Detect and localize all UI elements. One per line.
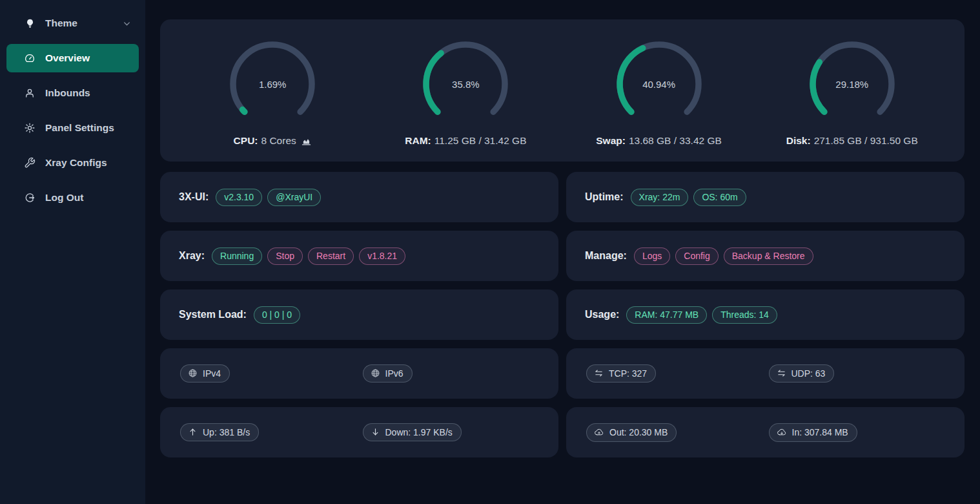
swap-arrows-icon: [594, 368, 604, 378]
system-gauges-card: 1.69% CPU: 8 Cores 35.8% RAM: 11.25 GB /…: [160, 19, 965, 162]
udp-connections-tag: UDP: 63: [769, 364, 835, 383]
tcp-connections-tag: TCP: 327: [586, 364, 656, 383]
swap-arrows-icon: [777, 368, 786, 378]
logs-button[interactable]: Logs: [634, 247, 670, 265]
xray-running-status-tag: Running: [212, 247, 262, 265]
cpu-history-chart-icon[interactable]: [301, 136, 312, 147]
ipv6-tag: IPv6: [363, 364, 413, 383]
arrow-down-icon: [371, 427, 380, 437]
ram-label: RAM: 11.25 GB / 31.42 GB: [405, 135, 526, 147]
xray-label: Xray:: [179, 250, 205, 262]
gear-icon: [24, 122, 36, 134]
threads-tag: Threads: 14: [712, 306, 777, 324]
chevron-down-icon[interactable]: [123, 19, 131, 28]
sidebar-item-xray-configs[interactable]: Xray Configs: [6, 149, 139, 177]
cpu-label: CPU: 8 Cores: [234, 135, 312, 147]
arrow-up-icon: [188, 427, 198, 437]
cloud-download-icon: [777, 427, 787, 437]
panel-version-label: 3X-UI:: [179, 191, 209, 203]
sidebar-item-log-out[interactable]: Log Out: [6, 184, 139, 212]
traffic-card: Out: 20.30 MB In: 307.84 MB: [566, 407, 965, 457]
sidebar: Theme Overview Inbounds Panel Settings X…: [0, 0, 145, 504]
uptime-card: Uptime: Xray: 22m OS: 60m: [566, 172, 965, 222]
disk-label: Disk: 271.85 GB / 931.50 GB: [786, 135, 918, 147]
usage-label: Usage:: [585, 309, 619, 320]
upload-speed-tag: Up: 381 B/s: [180, 423, 259, 441]
lightbulb-icon: [24, 17, 36, 29]
ipv4-tag: IPv4: [180, 364, 230, 383]
download-speed-tag: Down: 1.97 KB/s: [363, 423, 462, 441]
sidebar-item-theme[interactable]: Theme: [6, 9, 139, 37]
cloud-upload-icon: [594, 427, 604, 437]
gauge-swap: 40.94% Swap: 13.68 GB / 33.42 GB: [578, 39, 740, 147]
swap-label: Swap: 13.68 GB / 33.42 GB: [596, 135, 722, 147]
sidebar-item-label: Theme: [45, 17, 77, 29]
info-grid: 3X-UI: v2.3.10 @XrayUI Uptime: Xray: 22m…: [160, 172, 965, 457]
panel-version-card: 3X-UI: v2.3.10 @XrayUI: [160, 172, 558, 222]
user-icon: [24, 87, 36, 99]
os-uptime-tag: OS: 60m: [693, 189, 746, 206]
wrench-icon: [24, 157, 36, 169]
gauge-ram: 35.8% RAM: 11.25 GB / 31.42 GB: [385, 39, 546, 147]
backup-restore-button[interactable]: Backup & Restore: [724, 247, 813, 265]
globe-icon: [371, 368, 380, 378]
system-load-label: System Load:: [179, 309, 247, 320]
ram-usage-tag: RAM: 47.77 MB: [626, 306, 707, 324]
traffic-in-tag: In: 307.84 MB: [769, 423, 857, 442]
cpu-percent-value: 1.69%: [227, 39, 318, 129]
system-load-card: System Load: 0 | 0 | 0: [160, 289, 558, 340]
gauge-disk: 29.18% Disk: 271.85 GB / 931.50 GB: [771, 39, 933, 147]
sidebar-item-label: Inbounds: [45, 87, 90, 99]
manage-card: Manage: Logs Config Backup & Restore: [566, 231, 965, 281]
panel-version-tag[interactable]: v2.3.10: [216, 189, 262, 206]
dashboard-icon: [24, 52, 36, 64]
sidebar-item-overview[interactable]: Overview: [6, 44, 139, 72]
sidebar-item-label: Overview: [45, 52, 90, 64]
sidebar-item-inbounds[interactable]: Inbounds: [6, 79, 139, 107]
xrayui-telegram-tag[interactable]: @XrayUI: [267, 189, 321, 206]
connections-card: TCP: 327 UDP: 63: [566, 348, 965, 399]
traffic-out-tag: Out: 20.30 MB: [586, 423, 677, 442]
speed-card: Up: 381 B/s Down: 1.97 KB/s: [160, 407, 558, 457]
swap-percent-value: 40.94%: [614, 39, 704, 129]
system-load-values-tag: 0 | 0 | 0: [254, 306, 300, 324]
gauge-cpu: 1.69% CPU: 8 Cores: [192, 39, 353, 147]
sidebar-item-panel-settings[interactable]: Panel Settings: [6, 114, 139, 142]
logout-icon: [24, 192, 36, 204]
xray-version-button[interactable]: v1.8.21: [359, 247, 405, 265]
sidebar-item-label: Xray Configs: [45, 157, 107, 169]
xray-uptime-tag: Xray: 22m: [631, 189, 689, 206]
xray-status-card: Xray: Running Stop Restart v1.8.21: [160, 231, 558, 281]
disk-percent-value: 29.18%: [807, 39, 897, 129]
uptime-label: Uptime:: [585, 191, 624, 203]
ram-percent-value: 35.8%: [420, 39, 511, 129]
manage-label: Manage:: [585, 250, 627, 262]
sidebar-item-label: Panel Settings: [45, 122, 114, 134]
config-button[interactable]: Config: [675, 247, 718, 265]
sidebar-item-label: Log Out: [45, 192, 83, 204]
usage-card: Usage: RAM: 47.77 MB Threads: 14: [566, 289, 965, 340]
main-content: 1.69% CPU: 8 Cores 35.8% RAM: 11.25 GB /…: [145, 0, 980, 504]
xray-stop-button[interactable]: Stop: [267, 247, 303, 265]
xray-restart-button[interactable]: Restart: [308, 247, 354, 265]
globe-icon: [188, 368, 198, 378]
ip-card: IPv4 IPv6: [160, 348, 558, 399]
